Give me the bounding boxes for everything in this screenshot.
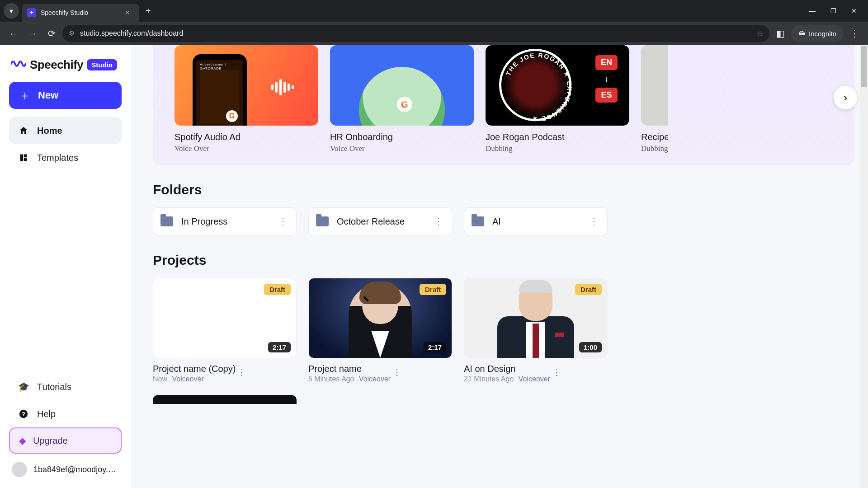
template-title: Joe Rogan Podcast [486,132,629,142]
duration-badge: 2:17 [424,342,446,352]
new-project-button[interactable]: ＋ New [9,82,122,109]
scrollbar-track[interactable] [860,45,868,488]
nav-forward-icon: → [24,25,41,42]
status-badge: Draft [420,284,446,295]
sidebar-item-templates[interactable]: Templates [9,144,122,171]
svg-rect-8 [283,82,286,93]
svg-rect-7 [279,79,282,95]
svg-rect-9 [288,84,290,91]
project-menu-button[interactable]: ⋮ [391,364,403,380]
svg-rect-2 [24,158,27,161]
project-age: 21 Minutes Ago [464,375,514,383]
tutorials-icon: 🎓 [18,381,29,392]
logo-mark-icon [11,58,26,72]
project-title: Project name [308,364,391,374]
projects-heading: Projects [153,253,868,268]
incognito-icon: 🕶 [798,30,805,38]
template-card[interactable]: THE JOE ROGAN ★ EXPERIENCE ★ EN ↓ ES Joe… [486,45,629,153]
help-icon: ? [18,409,29,419]
project-menu-button[interactable]: ⋮ [550,364,562,380]
project-thumbnail: Draft 1:00 [464,278,608,358]
carousel-next-button[interactable]: › [834,86,857,109]
arrow-down-icon: ↓ [604,74,609,84]
upgrade-label: Upgrade [33,436,68,446]
project-kind: Voiceover [359,375,391,383]
upgrade-button[interactable]: ◆ Upgrade [9,427,122,454]
sidebar: Speechify Studio ＋ New Home Templates 🎓 … [0,45,131,488]
chevron-right-icon: › [844,91,847,104]
window-close-icon[interactable]: ✕ [844,7,864,14]
template-subtitle: Voice Over [330,144,474,153]
gem-icon: ◆ [19,435,26,446]
sidebar-item-home[interactable]: Home [9,117,122,144]
project-card-peek [153,395,297,404]
project-title: Project name (Copy) [153,364,236,374]
templates-icon [18,153,29,162]
browser-toolbar: ← → ⟳ ⚙ studio.speechify.com/dashboard ☆… [0,22,868,45]
window-maximize-icon[interactable]: ❐ [823,7,844,14]
account-row[interactable]: 1ba849ef@moodjoy.c... [9,462,122,477]
project-meta: Now Voiceover [153,375,236,383]
site-settings-icon[interactable]: ⚙ [69,29,75,38]
project-card[interactable]: Draft 1:00 AI on Design 21 Minutes Ago V… [464,278,608,404]
project-menu-button[interactable]: ⋮ [236,364,248,380]
svg-rect-1 [24,155,27,158]
template-card[interactable]: Welcome to Google! G HR Onboarding Voice… [330,45,474,153]
folder-icon [472,216,484,226]
template-thumbnail: G [175,45,318,126]
new-tab-button[interactable]: + [139,6,157,16]
project-thumbnail: Draft 2:17 [308,278,452,358]
template-title: Spotify Audio Ad [175,132,318,142]
svg-rect-10 [292,85,294,89]
folder-card[interactable]: October Release ⋮ [308,207,452,235]
tab-search-button[interactable]: ▾ [4,3,19,19]
sidebar-item-tutorials[interactable]: 🎓 Tutorials [9,373,122,400]
home-icon [18,126,29,136]
template-title: Recipe [641,132,668,142]
folder-menu-button[interactable]: ⋮ [432,213,444,230]
browser-tab[interactable]: ✦ Speechify Studio ✕ [22,4,139,22]
template-subtitle: Voice Over [175,144,318,153]
project-age: 5 Minutes Ago [308,375,354,383]
nav-back-icon[interactable]: ← [5,25,22,42]
svg-text:THE JOE ROGAN ★ EXPERIENCE ★: THE JOE ROGAN ★ EXPERIENCE ★ [505,52,573,123]
side-panel-icon[interactable]: ◧ [772,25,788,42]
duration-badge: 1:00 [579,342,602,352]
brand-word: Speechify [30,58,83,72]
window-minimize-icon[interactable]: ― [802,7,823,14]
folder-menu-button[interactable]: ⋮ [588,213,600,230]
template-card[interactable]: G Spotify Audio Ad Voice Over [175,45,318,153]
folder-name: AI [492,216,580,227]
folder-menu-button[interactable]: ⋮ [277,213,289,230]
brand-logo[interactable]: Speechify Studio [11,58,122,72]
folder-card[interactable]: In Progress ⋮ [153,207,297,235]
project-card[interactable]: Draft 2:17 Project name 5 Minutes Ago Vo… [308,278,452,404]
bookmark-star-icon[interactable]: ☆ [757,29,763,38]
folder-card[interactable]: AI ⋮ [464,207,608,235]
scrollbar-thumb[interactable] [861,46,867,87]
incognito-indicator[interactable]: 🕶 Incognito [791,25,844,42]
sidebar-item-label: Help [37,409,56,419]
sidebar-item-label: Tutorials [37,382,71,392]
svg-rect-0 [20,155,24,161]
folder-name: October Release [337,216,424,227]
url-text: studio.speechify.com/dashboard [80,29,751,38]
project-age: Now [153,375,167,383]
template-card[interactable]: Recipe Dubbing [641,45,668,153]
project-card[interactable]: Draft 2:17 Project name (Copy) Now Voice… [153,278,297,404]
sidebar-item-label: Templates [37,153,78,163]
tab-close-icon[interactable]: ✕ [121,7,134,18]
status-badge: Draft [264,284,291,295]
templates-carousel: G Spotify Audio Ad Voice Over Welcome to… [153,45,854,165]
folders-heading: Folders [153,182,868,197]
brand-badge: Studio [87,59,117,70]
tab-favicon: ✦ [27,8,36,17]
template-thumbnail [641,45,668,126]
plus-icon: ＋ [19,88,31,103]
browser-menu-icon[interactable]: ⋮ [846,25,863,42]
folder-icon [316,216,329,226]
template-thumbnail: THE JOE ROGAN ★ EXPERIENCE ★ EN ↓ ES [486,45,629,126]
nav-reload-icon[interactable]: ⟳ [43,25,60,42]
sidebar-item-help[interactable]: ? Help [9,400,122,427]
address-bar[interactable]: ⚙ studio.speechify.com/dashboard ☆ [62,25,769,42]
